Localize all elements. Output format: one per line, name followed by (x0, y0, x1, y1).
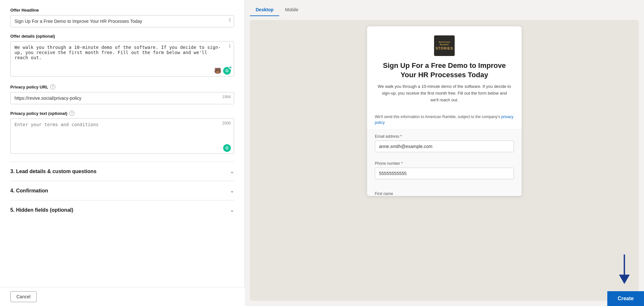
card-header: American Ramble STORIES Sign Up For a Fr… (367, 26, 522, 110)
accordion-header-3[interactable]: 3. Lead details & custom questions ⌄ (10, 162, 234, 181)
grammarly-icon-2: G (223, 144, 231, 152)
tab-mobile[interactable]: Mobile (279, 4, 304, 16)
preview-container: American Ramble STORIES Sign Up For a Fr… (250, 20, 639, 301)
offer-details-char-count: 1 (229, 44, 231, 48)
privacy-url-label: Privacy policy URL (10, 85, 48, 89)
create-button-label: Create (618, 296, 634, 301)
privacy-url-help-icon[interactable]: ? (50, 84, 55, 89)
first-name-section: First name (367, 189, 522, 196)
accordion-section-5: 5. Hidden fields (optional) ⌄ (10, 200, 234, 219)
accordion-section-3: 3. Lead details & custom questions ⌄ (10, 162, 234, 181)
offer-headline-label: Offer Headline (10, 8, 234, 13)
email-field-group: Email address * (375, 130, 514, 152)
offer-details-textarea[interactable]: We walk you through a 10-minute demo of … (10, 41, 234, 77)
privacy-url-section: Privacy policy URL ? 1964 (10, 84, 234, 111)
privacy-url-input[interactable] (10, 92, 234, 104)
offer-headline-input[interactable] (10, 15, 234, 27)
privacy-text-icons: G (223, 144, 231, 152)
privacy-text-label-row: Privacy policy text (optional) ? (10, 111, 234, 116)
accordion-section-4: 4. Confirmation ⌄ (10, 181, 234, 200)
offer-headline-char-count: 2 (229, 18, 231, 22)
bottom-bar: Cancel (0, 287, 245, 306)
svg-marker-1 (619, 275, 630, 284)
privacy-text-label: Privacy policy text (optional) (10, 111, 67, 116)
offer-details-label: Offer details (optional) (10, 34, 55, 39)
company-logo: American Ramble STORIES (434, 35, 455, 56)
section4-title: 4. Confirmation (10, 188, 48, 194)
left-panel: Offer Headline 2 Offer details (optional… (0, 0, 245, 306)
fade-overlay (250, 282, 639, 301)
card-description: We walk you through a 10-minute demo of … (377, 83, 511, 103)
chevron-down-icon-4: ⌄ (230, 188, 234, 194)
offer-details-wrapper: We walk you through a 10-minute demo of … (10, 41, 234, 78)
privacy-text-textarea[interactable] (10, 118, 234, 154)
create-button[interactable]: Create (607, 291, 644, 306)
chevron-down-icon-5: ⌄ (230, 207, 234, 213)
arrow-container (616, 255, 632, 288)
privacy-url-char-count: 1964 (222, 95, 231, 99)
privacy-url-wrapper: 1964 (10, 92, 234, 104)
offer-details-label-row: Offer details (optional) (10, 34, 234, 39)
offer-details-icons: 🐻 G 1 (214, 67, 231, 75)
phone-field-group: Phone number * (375, 157, 514, 179)
grammarly-badge: G 1 (223, 67, 231, 75)
form-card: American Ramble STORIES Sign Up For a Fr… (367, 26, 522, 196)
privacy-text-wrapper: 2000 G (10, 118, 234, 155)
cancel-button[interactable]: Cancel (10, 291, 37, 302)
tab-desktop[interactable]: Desktop (250, 4, 279, 16)
accordion-header-5[interactable]: 5. Hidden fields (optional) ⌄ (10, 200, 234, 219)
offer-headline-wrapper: 2 (10, 15, 234, 27)
form-fields: Email address * Phone number * (367, 129, 522, 189)
bear-icon: 🐻 (214, 67, 221, 74)
privacy-note: We'll send this information to American … (367, 110, 522, 129)
first-name-label: First name (375, 189, 514, 196)
preview-tabs: Desktop Mobile (250, 0, 639, 16)
accordion-header-4[interactable]: 4. Confirmation ⌄ (10, 181, 234, 200)
email-label: Email address * (375, 134, 514, 139)
right-panel: Desktop Mobile American Ramble STORIES S… (245, 0, 644, 306)
phone-label: Phone number * (375, 161, 514, 166)
section5-title: 5. Hidden fields (optional) (10, 207, 73, 213)
phone-input[interactable] (375, 168, 514, 179)
offer-details-section: Offer details (optional) We walk you thr… (10, 34, 234, 84)
section3-title: 3. Lead details & custom questions (10, 169, 97, 174)
grammarly-badge-dot: 1 (229, 66, 232, 69)
privacy-text-help-icon[interactable]: ? (69, 111, 74, 116)
privacy-text-char-count: 2000 (222, 121, 231, 125)
offer-headline-section: Offer Headline 2 (10, 8, 234, 34)
arrow-down-icon (616, 255, 632, 287)
card-title: Sign Up For a Free Demo to Improve Your … (377, 61, 511, 79)
chevron-down-icon-3: ⌄ (230, 168, 234, 174)
privacy-url-label-row: Privacy policy URL ? (10, 84, 234, 89)
privacy-note-text: We'll send this information to American … (375, 115, 501, 119)
email-input[interactable] (375, 141, 514, 152)
privacy-text-section: Privacy policy text (optional) ? 2000 G (10, 111, 234, 162)
